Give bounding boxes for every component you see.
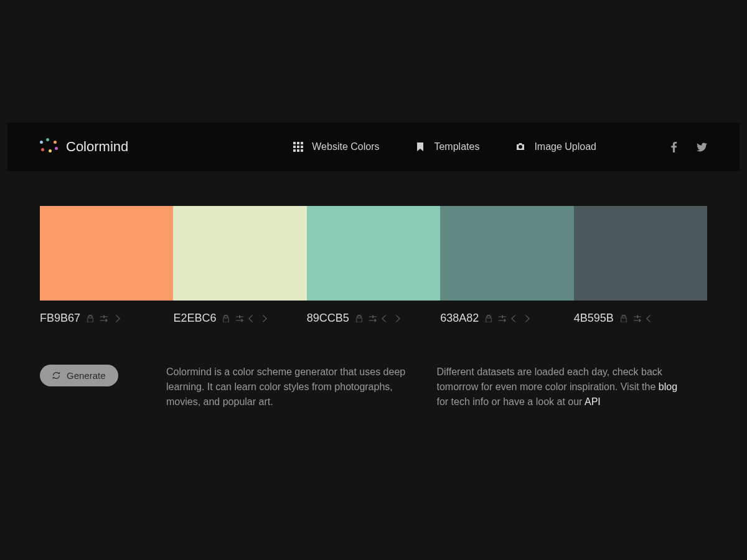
sliders-icon[interactable] [236,315,243,322]
api-link[interactable]: API [585,396,601,407]
nav-image-upload[interactable]: Image Upload [515,141,596,152]
blog-link[interactable]: blog [659,381,677,392]
lock-icon[interactable] [355,315,363,322]
bookmark-icon [415,142,425,152]
swatch[interactable] [307,206,440,301]
lock-icon[interactable] [222,315,230,322]
camera-icon [515,142,525,152]
nav-label: Image Upload [534,141,596,152]
refresh-icon [52,371,60,380]
header: Colormind Website Colors Templates Image… [7,123,740,171]
svg-rect-7 [297,149,299,152]
svg-rect-4 [297,146,299,148]
description-1: Colormind is a color scheme generator th… [166,365,437,409]
svg-rect-3 [293,146,296,148]
facebook-icon[interactable] [669,142,679,152]
svg-rect-5 [301,146,303,148]
hex-code: 89CCB5 [307,312,349,325]
hex-code: 4B595B [574,312,614,325]
generate-label: Generate [67,370,106,381]
generate-button[interactable]: Generate [40,365,118,386]
swatch-meta: 4B595B [574,312,707,325]
swatch-meta: E2EBC6 [173,312,306,325]
chevron-right-icon[interactable] [523,315,530,322]
swatch[interactable] [574,206,707,301]
sliders-icon[interactable] [634,315,641,322]
swatch[interactable] [173,206,306,301]
chevron-right-icon[interactable] [113,315,120,322]
nav-label: Website Colors [312,141,379,152]
hex-code: 638A82 [440,312,479,325]
swatch-meta: FB9B67 [40,312,173,325]
chevron-right-icon[interactable] [393,315,400,322]
swatch-meta-row: FB9B67E2EBC689CCB5638A824B595B [40,312,707,325]
chevron-left-icon[interactable] [249,315,256,322]
desc2-b: for tech info or have a look at our [437,396,585,407]
generate-column: Generate [40,365,166,409]
nav-website-colors[interactable]: Website Colors [293,141,379,152]
svg-rect-0 [293,142,296,144]
hex-code: FB9B67 [40,312,80,325]
lock-icon[interactable] [620,315,627,322]
grid-icon [293,142,303,152]
below-section: Generate Colormind is a color scheme gen… [40,365,707,409]
palette [40,206,707,301]
desc2-a: Different datasets are loaded each day, … [437,366,662,392]
svg-rect-8 [301,149,303,152]
chevron-left-icon[interactable] [512,315,519,322]
description-2: Different datasets are loaded each day, … [437,365,708,409]
nav-label: Templates [434,141,479,152]
lock-icon[interactable] [485,315,492,322]
chevron-right-icon[interactable] [260,315,267,322]
svg-rect-2 [301,142,303,144]
lock-icon[interactable] [87,315,94,322]
sliders-icon[interactable] [100,315,108,322]
hex-code: E2EBC6 [173,312,216,325]
swatch-meta: 638A82 [440,312,573,325]
nav: Website Colors Templates Image Upload [293,141,707,152]
twitter-icon[interactable] [697,142,707,152]
swatch[interactable] [40,206,173,301]
svg-rect-6 [293,149,296,152]
main: FB9B67E2EBC689CCB5638A824B595B Generate … [0,171,747,409]
sliders-icon[interactable] [369,315,377,322]
sliders-icon[interactable] [499,315,506,322]
swatch[interactable] [440,206,573,301]
brand-name: Colormind [66,139,128,155]
nav-templates[interactable]: Templates [415,141,479,152]
chevron-left-icon[interactable] [646,315,653,322]
swatch-meta: 89CCB5 [307,312,440,325]
svg-rect-1 [297,142,299,144]
desc1-text: Colormind is a color scheme generator th… [166,366,405,407]
social-links [669,142,707,152]
brand[interactable]: Colormind [40,138,128,156]
chevron-left-icon[interactable] [382,315,388,322]
logo-icon [40,138,57,156]
